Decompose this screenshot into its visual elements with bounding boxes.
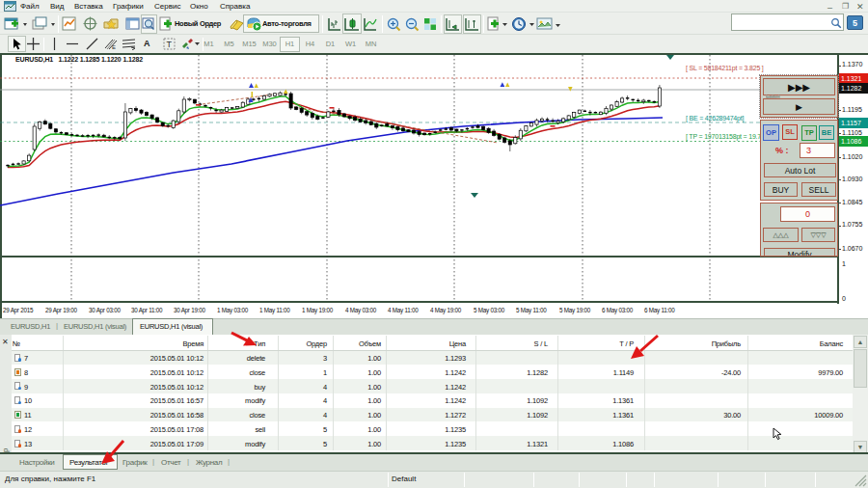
svg-text:E: E — [112, 44, 116, 50]
svg-text:T: T — [167, 40, 173, 49]
